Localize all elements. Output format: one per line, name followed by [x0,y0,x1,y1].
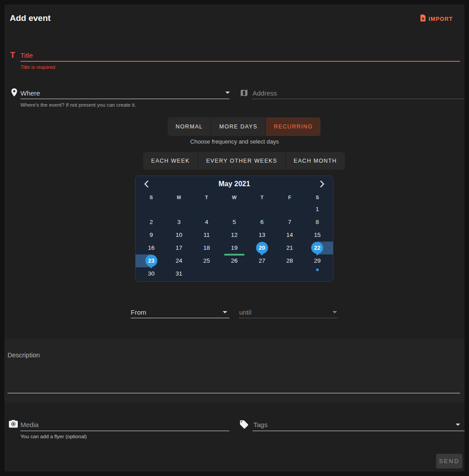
where-select[interactable]: Where [20,89,40,97]
send-button[interactable]: SEND [436,454,462,468]
from-time-select[interactable]: From [131,308,146,316]
calendar-day[interactable]: 7 [276,216,303,228]
calendar-day[interactable]: 27 [248,254,276,267]
day-number: 16 [148,244,155,251]
calendar: May 2021 S M T W T F S 12345678910111213… [135,176,333,282]
day-number: 31 [176,270,182,277]
tags-caret-icon[interactable] [456,424,460,426]
calendar-day-empty [193,267,220,280]
calendar-day[interactable]: 25 [193,254,220,267]
calendar-day-empty [276,267,303,280]
calendar-day[interactable]: 20 [248,241,276,254]
calendar-header: May 2021 [136,176,333,192]
calendar-day[interactable]: 3 [165,216,192,228]
calendar-day-empty [137,203,165,216]
event-type-tab-group: NORMAL MORE DAYS RECURRING [168,117,321,136]
option-each-week[interactable]: EACH WEEK [143,152,198,170]
day-number: 10 [176,232,182,238]
calendar-day[interactable]: 9 [137,228,165,241]
calendar-day[interactable]: 24 [165,254,192,267]
tab-normal[interactable]: NORMAL [168,117,211,136]
day-number: 28 [286,257,293,264]
calendar-month-label: May 2021 [136,180,333,188]
tab-more-days[interactable]: MORE DAYS [211,117,266,136]
calendar-day[interactable]: 14 [276,228,303,241]
calendar-day[interactable]: 6 [248,216,276,228]
description-textarea[interactable]: Description [8,352,40,359]
title-underline [20,61,460,62]
address-underline [252,99,465,99]
weekday-label: F [276,192,303,203]
until-caret-icon [333,311,337,313]
camera-icon [8,420,18,430]
day-number: 15 [314,232,321,238]
calendar-day[interactable]: 29 [304,254,331,267]
tab-recurring[interactable]: RECURRING [266,117,321,136]
calendar-day[interactable]: 28 [276,254,303,267]
map-icon [240,88,249,99]
calendar-day[interactable]: 12 [220,228,248,241]
calendar-day-empty [165,203,192,216]
title-error-text: Title is required [20,64,55,70]
calendar-day-empty [248,267,276,280]
calendar-day[interactable]: 18 [193,241,220,254]
day-number: 1 [316,206,319,212]
selected-day-balloon: 23 [145,255,157,267]
calendar-day-empty [220,267,248,280]
description-underline [8,393,460,393]
calendar-day[interactable]: 22 [304,241,331,254]
address-input[interactable]: Address [253,89,277,97]
day-number: 27 [259,257,265,264]
day-number: 12 [231,232,237,238]
weekday-label: T [193,192,220,203]
weekday-label: W [220,192,248,203]
calendar-day[interactable]: 13 [248,228,276,241]
calendar-day[interactable]: 19 [220,241,248,254]
import-button[interactable]: IMPORT [419,14,453,24]
day-number: 24 [176,257,182,264]
where-caret-icon[interactable] [225,92,230,94]
day-number: 18 [203,244,210,251]
day-number: 7 [288,219,292,225]
media-underline [20,431,229,431]
frequency-hint-text: Choose frequency and select days [4,138,465,145]
next-month-chevron-icon[interactable] [318,180,326,188]
calendar-day[interactable]: 5 [220,216,248,228]
calendar-day[interactable]: 8 [304,216,331,228]
option-every-other-weeks[interactable]: EVERY OTHER WEEKS [198,152,286,170]
until-underline [239,318,337,318]
calendar-day[interactable]: 11 [193,228,220,241]
day-number: 14 [286,232,293,238]
until-time-select[interactable]: until [239,308,252,316]
media-helper-text: You can add a flyer (optional) [20,434,87,439]
tags-select[interactable]: Tags [253,421,268,428]
calendar-day[interactable]: 21 [276,241,303,254]
day-number: 19 [231,244,237,251]
day-number: 9 [149,232,153,238]
calendar-day[interactable]: 26 [220,254,248,267]
calendar-day[interactable]: 23 [137,254,165,267]
calendar-day[interactable]: 30 [137,267,165,280]
calendar-day[interactable]: 15 [304,228,331,241]
calendar-day[interactable]: 17 [165,241,192,254]
day-number: 25 [203,257,210,264]
calendar-day[interactable]: 2 [137,216,165,228]
add-event-page: Add event IMPORT T Title Title is requir… [0,0,469,476]
calendar-day[interactable]: 31 [165,267,192,280]
media-input[interactable]: Media [20,421,39,428]
day-number: 5 [232,219,236,225]
day-number: 11 [204,232,210,238]
tags-underline [253,431,465,431]
calendar-day[interactable]: 1 [304,203,331,216]
title-input[interactable]: Title [20,52,33,59]
day-underline-marker [224,254,245,256]
where-underline [20,99,229,99]
from-caret-icon[interactable] [223,311,227,313]
day-number: 6 [261,219,264,225]
calendar-day[interactable]: 4 [193,216,220,228]
calendar-day-empty [220,203,248,216]
calendar-day[interactable]: 10 [165,228,192,241]
option-each-month[interactable]: EACH MONTH [286,152,345,170]
page-title: Add event [10,13,51,23]
calendar-day[interactable]: 16 [137,241,165,254]
